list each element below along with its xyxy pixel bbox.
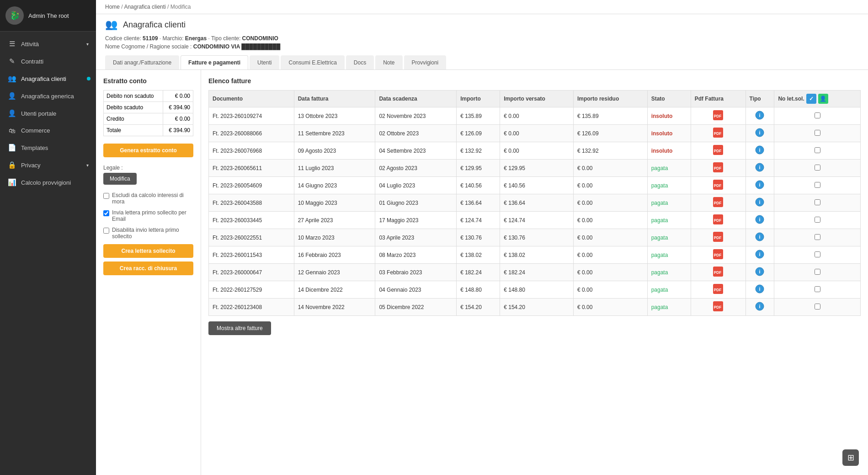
pdf-icon[interactable]: PDF — [713, 284, 723, 294]
sidebar-item-calcolo-provvigioni[interactable]: 📊 Calcolo provvigioni — [0, 174, 96, 191]
cell-pdf[interactable]: PDF — [691, 212, 746, 229]
cell-tipo[interactable]: i — [746, 160, 774, 177]
pdf-icon[interactable]: PDF — [713, 214, 723, 224]
tab-consumi[interactable]: Consumi E.Elettrica — [281, 55, 344, 69]
no-let-sol-checkbox[interactable] — [815, 217, 820, 223]
cell-tipo[interactable]: i — [746, 212, 774, 229]
info-icon[interactable]: i — [755, 163, 764, 172]
cell-tipo[interactable]: i — [746, 194, 774, 212]
no-let-sol-checkbox[interactable] — [815, 130, 820, 136]
no-let-sol-checkbox[interactable] — [815, 269, 820, 275]
cell-pdf[interactable]: PDF — [691, 299, 746, 316]
info-icon[interactable]: i — [755, 215, 764, 224]
info-icon[interactable]: i — [755, 197, 764, 207]
sidebar-item-contratti[interactable]: ✎ Contratti — [0, 53, 96, 70]
cell-pdf[interactable]: PDF — [691, 246, 746, 264]
cell-pdf[interactable]: PDF — [691, 264, 746, 281]
pdf-icon[interactable]: PDF — [713, 249, 723, 259]
pdf-icon[interactable]: PDF — [713, 180, 723, 190]
tab-fatture-pagamenti[interactable]: Fatture e pagamenti — [181, 55, 248, 69]
cell-documento: Ft. 2023-260054609 — [209, 177, 294, 194]
pdf-icon[interactable]: PDF — [713, 232, 723, 242]
tab-utenti[interactable]: Utenti — [250, 55, 279, 69]
pdf-icon[interactable]: PDF — [713, 267, 723, 277]
cell-tipo[interactable]: i — [746, 125, 774, 142]
no-let-sol-checkbox[interactable] — [815, 182, 820, 188]
no-let-sol-checkbox[interactable] — [815, 286, 820, 292]
info-icon[interactable]: i — [755, 145, 764, 155]
cell-pdf[interactable]: PDF — [691, 281, 746, 299]
pdf-icon[interactable]: PDF — [713, 110, 723, 120]
no-let-sol-checkbox[interactable] — [815, 165, 820, 171]
tab-note[interactable]: Note — [375, 55, 402, 69]
info-icon[interactable]: i — [755, 111, 764, 120]
cell-tipo[interactable]: i — [746, 229, 774, 246]
cell-tipo[interactable]: i — [746, 177, 774, 194]
pdf-icon[interactable]: PDF — [713, 128, 723, 138]
pdf-icon[interactable]: PDF — [713, 197, 723, 207]
info-icon[interactable]: i — [755, 232, 764, 241]
pdf-icon[interactable]: PDF — [713, 301, 723, 311]
info-icon[interactable]: i — [755, 128, 764, 137]
modifica-button[interactable]: Modifica — [103, 173, 137, 185]
cell-pdf[interactable]: PDF — [691, 107, 746, 125]
crea-sollecito-button[interactable]: Crea lettera sollecito — [103, 244, 193, 258]
pdf-icon[interactable]: PDF — [713, 162, 723, 172]
escludi-checkbox[interactable] — [103, 193, 109, 199]
cell-no-let-sol — [774, 107, 861, 125]
info-icon[interactable]: i — [755, 180, 764, 189]
breadcrumb-home[interactable]: Home — [105, 4, 120, 10]
genera-estratto-button[interactable]: Genera estratto conto — [103, 144, 193, 157]
sidebar-item-attivita[interactable]: ☰ Attività ▾ — [0, 35, 96, 53]
info-icon[interactable]: i — [755, 302, 764, 311]
no-let-sol-checkbox[interactable] — [815, 199, 820, 205]
cell-tipo[interactable]: i — [746, 264, 774, 281]
summary-row: Credito € 0.00 — [104, 113, 193, 125]
mostra-altre-button[interactable]: Mostra altre fatture — [208, 321, 271, 335]
cell-pdf[interactable]: PDF — [691, 177, 746, 194]
sidebar-item-privacy[interactable]: 🔒 Privacy ▾ — [0, 156, 96, 174]
sidebar-item-utenti-portale[interactable]: 👤 Utenti portale — [0, 105, 96, 122]
crea-raccomandata-button[interactable]: Crea racc. di chiusura — [103, 262, 193, 275]
no-let-sol-checkbox[interactable] — [815, 112, 820, 118]
grid-icon[interactable]: ⊞ — [842, 449, 859, 466]
page-title: Anagrafica clienti — [123, 20, 186, 30]
col-action-green[interactable]: 👤 — [818, 94, 828, 104]
no-let-sol-checkbox[interactable] — [815, 147, 820, 153]
cell-documento: Ft. 2023-260065611 — [209, 160, 294, 177]
disabilita-checkbox[interactable] — [103, 228, 109, 234]
cell-pdf[interactable]: PDF — [691, 142, 746, 160]
cell-tipo[interactable]: i — [746, 142, 774, 160]
no-let-sol-checkbox[interactable] — [815, 304, 820, 310]
info-icon[interactable]: i — [755, 250, 764, 259]
cell-data-scadenza: 03 Febbraio 2023 — [375, 264, 457, 281]
col-header-6: Stato — [647, 91, 691, 107]
col-header-text: No let.sol. — [778, 96, 804, 102]
sidebar-item-templates[interactable]: 📄 Templates — [0, 139, 96, 156]
table-row: Ft. 2022-260127529 14 Dicembre 2022 04 G… — [209, 281, 861, 299]
no-let-sol-checkbox[interactable] — [815, 251, 820, 257]
tab-dati-anagr[interactable]: Dati anagr./Fatturazione — [105, 55, 179, 69]
breadcrumb-page[interactable]: Anagrafica clienti — [124, 4, 165, 10]
cell-no-let-sol — [774, 177, 861, 194]
info-icon[interactable]: i — [755, 284, 764, 294]
invia-checkbox[interactable] — [103, 210, 109, 216]
sidebar-item-anagrafica-generica[interactable]: 👤 Anagrafica generica — [0, 87, 96, 105]
sidebar-item-anagrafica-clienti[interactable]: 👥 Anagrafica clienti — [0, 70, 96, 87]
cell-tipo[interactable]: i — [746, 299, 774, 316]
info-icon[interactable]: i — [755, 267, 764, 276]
cell-pdf[interactable]: PDF — [691, 125, 746, 142]
cell-pdf[interactable]: PDF — [691, 229, 746, 246]
cell-pdf[interactable]: PDF — [691, 160, 746, 177]
cell-pdf[interactable]: PDF — [691, 194, 746, 212]
sidebar-item-commerce[interactable]: 🛍 Commerce — [0, 122, 96, 139]
cell-tipo[interactable]: i — [746, 246, 774, 264]
cell-tipo[interactable]: i — [746, 107, 774, 125]
col-action-blue[interactable]: ✓ — [806, 94, 816, 104]
cell-tipo[interactable]: i — [746, 281, 774, 299]
tab-docs[interactable]: Docs — [346, 55, 374, 69]
no-let-sol-checkbox[interactable] — [815, 234, 820, 240]
tab-provvigioni[interactable]: Provvigioni — [404, 55, 447, 69]
cell-importo-residuo: € 0.00 — [573, 160, 647, 177]
pdf-icon[interactable]: PDF — [713, 145, 723, 155]
